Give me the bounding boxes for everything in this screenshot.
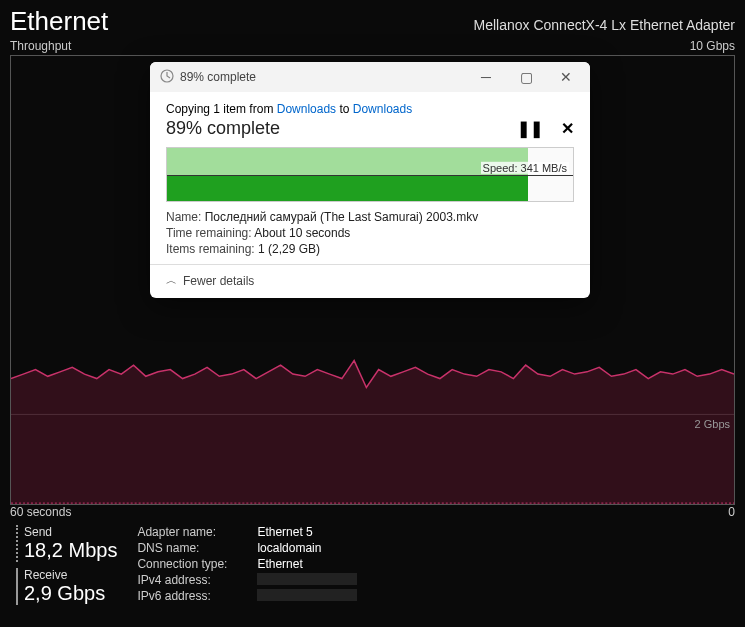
file-name-value: Последний самурай (The Last Samurai) 200… xyxy=(205,210,478,224)
items-remaining-value: 1 (2,29 GB) xyxy=(258,242,320,256)
cancel-button[interactable]: ✕ xyxy=(561,119,574,138)
time-remaining-key: Time remaining: xyxy=(166,226,252,240)
time-remaining-value: About 10 seconds xyxy=(254,226,350,240)
svg-marker-1 xyxy=(11,361,734,504)
minimize-button[interactable]: ─ xyxy=(466,63,506,91)
adapter-model: Mellanox ConnectX-4 Lx Ethernet Adapter xyxy=(474,17,736,33)
items-remaining-key: Items remaining: xyxy=(166,242,255,256)
send-value: 18,2 Mbps xyxy=(24,539,117,562)
close-button[interactable]: ✕ xyxy=(546,63,586,91)
send-label: Send xyxy=(24,525,117,539)
adapter-name-value: Ethernet 5 xyxy=(257,525,312,539)
dns-name-key: DNS name: xyxy=(137,541,257,555)
x-axis-right: 0 xyxy=(728,505,735,519)
x-axis-left: 60 seconds xyxy=(10,505,71,519)
ipv4-key: IPv4 address: xyxy=(137,573,257,587)
maximize-button[interactable]: ▢ xyxy=(506,63,546,91)
pause-button[interactable]: ❚❚ xyxy=(517,119,543,138)
connection-type-key: Connection type: xyxy=(137,557,257,571)
progress-chart: Speed: 341 MB/s xyxy=(166,147,574,202)
ipv4-value-redacted xyxy=(257,573,357,585)
fewer-details-button[interactable]: ︿ Fewer details xyxy=(150,264,590,298)
chevron-up-icon: ︿ xyxy=(166,273,177,288)
copy-status-line: Copying 1 item from Downloads to Downloa… xyxy=(166,102,574,116)
file-name-key: Name: xyxy=(166,210,201,224)
page-title: Ethernet xyxy=(10,6,108,37)
connection-type-value: Ethernet xyxy=(257,557,302,571)
receive-label: Receive xyxy=(24,568,117,582)
y-axis-max: 10 Gbps xyxy=(690,39,735,53)
file-copy-dialog: 89% complete ─ ▢ ✕ Copying 1 item from D… xyxy=(150,62,590,298)
percent-complete: 89% complete xyxy=(166,118,280,139)
adapter-name-key: Adapter name: xyxy=(137,525,257,539)
dest-link[interactable]: Downloads xyxy=(353,102,412,116)
y-axis-label: Throughput xyxy=(10,39,71,53)
dialog-title: 89% complete xyxy=(180,70,466,84)
progress-icon xyxy=(160,69,174,86)
gridline-label: 2 Gbps xyxy=(695,418,730,430)
ipv6-key: IPv6 address: xyxy=(137,589,257,603)
ipv6-value-redacted xyxy=(257,589,357,601)
dns-name-value: localdomain xyxy=(257,541,321,555)
receive-value: 2,9 Gbps xyxy=(24,582,117,605)
speed-label: Speed: 341 MB/s xyxy=(481,161,569,173)
source-link[interactable]: Downloads xyxy=(277,102,336,116)
